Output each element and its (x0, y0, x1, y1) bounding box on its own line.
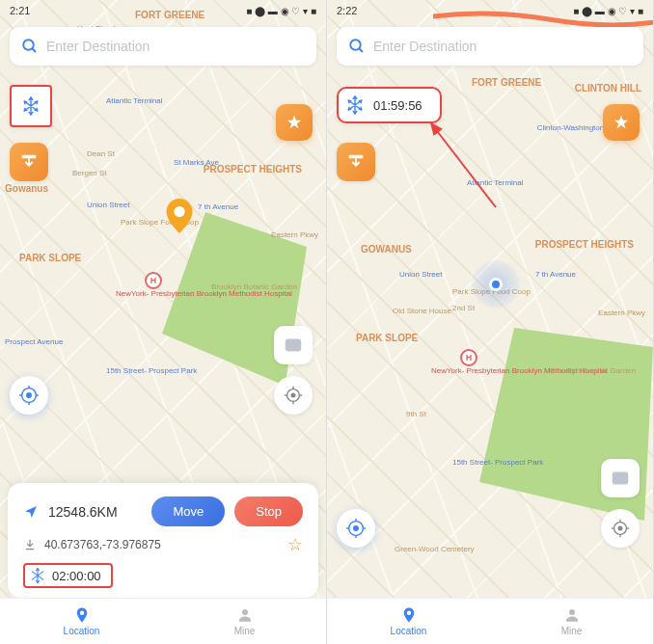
target-button[interactable] (274, 376, 313, 415)
import-button[interactable] (10, 143, 48, 181)
mine-tab-icon (236, 606, 254, 624)
svg-rect-21 (349, 155, 364, 159)
svg-point-17 (350, 40, 361, 50)
svg-point-23 (618, 526, 622, 530)
snowflake-icon (20, 95, 41, 117)
snowflake-button[interactable] (10, 85, 52, 127)
hospital-marker-icon: H (145, 272, 162, 289)
svg-point-0 (174, 206, 184, 217)
nav-mine[interactable]: Mine (163, 599, 326, 644)
import-icon (345, 151, 367, 173)
left-phone: FORT GREENE Hoyt Street Atlantic Termina… (0, 0, 327, 644)
mine-tab-icon (563, 606, 581, 624)
map-label: Gowanus (5, 183, 48, 194)
map-label: Green-Wood Cemetery (395, 545, 475, 553)
compass-button[interactable] (10, 376, 48, 415)
map-label: CLINTON HILL (575, 83, 641, 94)
right-phone: FORT GREENE CLINTON HILL Clinton-Washing… (327, 0, 654, 644)
download-icon (23, 538, 37, 551)
status-time: 2:21 (10, 5, 30, 16)
snowflake-icon (29, 567, 46, 584)
map-label: Bergen St (72, 169, 107, 177)
stop-button[interactable]: Stop (234, 496, 303, 526)
nav-location-label: Location (391, 626, 427, 636)
gamepad-button[interactable] (601, 459, 640, 497)
map-label: Atlantic Terminal (106, 96, 163, 105)
nav-mine[interactable]: Mine (490, 599, 653, 644)
snowflake-icon (344, 94, 366, 116)
svg-point-1 (23, 40, 34, 50)
map-label: 7 th Avenue (198, 202, 238, 211)
distance-text: 12548.6KM (48, 504, 142, 520)
location-pin-icon (166, 199, 193, 233)
timer-row: 02:00:00 (23, 563, 113, 588)
svg-point-16 (242, 609, 248, 615)
map-label: Atlantic Terminal (467, 178, 524, 187)
bottom-panel: 12548.6KM Move Stop 40.673763,-73.976875… (8, 483, 318, 598)
gamepad-button[interactable] (274, 326, 313, 364)
gamepad-icon (610, 468, 631, 489)
nav-location[interactable]: Location (327, 599, 490, 644)
status-bar: 2:21 ■ ⬤ ▬ ◉ ♡ ▾ ■ (0, 0, 326, 21)
location-tab-icon (400, 606, 418, 624)
map-label: Eastern Pkwy (598, 309, 645, 317)
map-label: Dean St (87, 149, 115, 158)
nav-location-label: Location (64, 626, 100, 636)
map-label: GOWANUS (361, 244, 412, 255)
search-input[interactable] (46, 39, 305, 54)
gamepad-icon (283, 335, 304, 356)
map-label: Old Stone House (393, 307, 451, 315)
status-bar: 2:22 ■ ⬤ ▬ ◉ ♡ ▾ ■ (327, 0, 653, 21)
nav-bar: Location Mine (0, 598, 326, 644)
star-button[interactable] (276, 104, 313, 141)
status-time: 2:22 (337, 5, 357, 16)
svg-point-5 (291, 393, 295, 397)
search-bar[interactable] (337, 27, 643, 66)
target-icon (610, 518, 631, 539)
star-button[interactable] (603, 104, 640, 141)
target-button[interactable] (601, 509, 640, 548)
map-label: 9th St (406, 410, 426, 418)
svg-rect-3 (22, 155, 37, 159)
svg-point-11 (27, 393, 32, 398)
target-icon (283, 385, 304, 406)
map-label: PARK SLOPE (19, 253, 81, 263)
move-button[interactable]: Move (151, 496, 225, 526)
nav-mine-label: Mine (234, 626, 256, 636)
timer-text: 02:00:00 (52, 569, 101, 583)
hospital-marker-icon: H (460, 349, 477, 366)
search-bar[interactable] (10, 27, 316, 66)
map-label: Union Street (87, 201, 129, 209)
coords-text: 40.673763,-73.976875 (44, 538, 280, 551)
timer-badge-text: 01:59:56 (373, 98, 422, 113)
favorite-star-icon[interactable]: ☆ (287, 534, 303, 555)
search-input[interactable] (373, 39, 632, 54)
current-location-dot (472, 260, 520, 309)
nav-arrow-icon (23, 504, 39, 520)
status-indicators: ■ ⬤ ▬ ◉ ♡ ▾ ■ (246, 6, 316, 16)
import-icon (18, 151, 40, 173)
nav-mine-label: Mine (561, 626, 583, 636)
map-label: 15th Street- Prospect Park (106, 366, 197, 375)
svg-line-2 (32, 48, 36, 52)
map-label: 7 th Avenue (535, 270, 576, 279)
star-icon (613, 114, 630, 131)
status-indicators: ■ ⬤ ▬ ◉ ♡ ▾ ■ (573, 6, 643, 16)
timer-badge[interactable]: 01:59:56 (337, 87, 442, 123)
search-icon (21, 38, 39, 55)
compass-button[interactable] (337, 509, 375, 548)
star-icon (286, 114, 303, 131)
map-label: PROSPECT HEIGHTS (535, 239, 634, 250)
search-icon (348, 38, 366, 55)
svg-point-34 (569, 609, 575, 615)
map-label: Union Street (399, 270, 442, 279)
map-label: Prospect Avenue (5, 337, 63, 346)
map-label: St Marks Ave (174, 158, 219, 167)
nav-location[interactable]: Location (0, 599, 163, 644)
import-button[interactable] (337, 143, 375, 181)
map-label: FORT GREENE (472, 77, 541, 88)
svg-line-18 (359, 48, 363, 52)
map-label: PARK SLOPE (356, 333, 418, 343)
map-label: PROSPECT HEIGHTS (204, 164, 302, 174)
compass-icon (345, 518, 367, 539)
